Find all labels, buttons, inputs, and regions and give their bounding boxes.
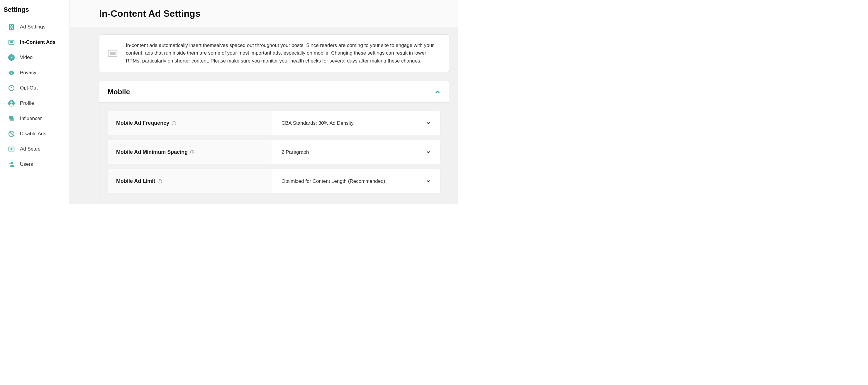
mobile-panel: Mobile Mobile Ad Frequency (99, 81, 449, 202)
content-box-icon (107, 50, 118, 57)
users-plus-icon (8, 160, 15, 168)
setting-value: CBA Standards: 30% Ad Density (281, 120, 354, 126)
sidebar-item-label: Disable Ads (20, 131, 46, 137)
setting-dropdown-mobile-ad-frequency[interactable]: CBA Standards: 30% Ad Density (272, 111, 440, 135)
setting-row-mobile-ad-minimum-spacing: Mobile Ad Minimum Spacing 2 Paragraph (107, 140, 440, 164)
ban-icon (8, 130, 15, 138)
setting-label-text: Mobile Ad Minimum Spacing (116, 149, 188, 155)
setting-value: 2 Paragraph (281, 149, 309, 155)
sidebar-item-privacy[interactable]: Privacy (0, 65, 69, 80)
setting-dropdown-mobile-ad-minimum-spacing[interactable]: 2 Paragraph (272, 140, 440, 164)
sidebar-item-influencer[interactable]: Influencer (0, 111, 69, 126)
sidebar-title: Settings (0, 3, 69, 19)
sidebar-item-label: Users (20, 161, 33, 167)
info-circle-icon[interactable] (172, 121, 176, 126)
setting-label: Mobile Ad Minimum Spacing (108, 140, 272, 164)
info-circle-icon[interactable] (190, 150, 195, 155)
chevron-down-icon (426, 121, 431, 126)
setting-value: Optimized for Content Length (Recommende… (281, 178, 385, 184)
sidebar-item-in-content-ads[interactable]: In-Content Ads (0, 35, 69, 50)
chevron-down-icon (426, 150, 431, 155)
sidebar-item-label: Profile (20, 100, 34, 106)
sidebar-item-users[interactable]: Users (0, 157, 69, 172)
setting-label-text: Mobile Ad Limit (116, 178, 155, 184)
setting-dropdown-mobile-ad-limit[interactable]: Optimized for Content Length (Recommende… (272, 169, 440, 193)
sidebar: Settings Ad Settings In-Content Ads (0, 0, 70, 204)
svg-point-27 (160, 180, 160, 180)
sidebar-item-label: Influencer (20, 116, 42, 121)
sidebar-item-label: Video (20, 55, 33, 60)
panel-body: Mobile Ad Frequency CBA Standards: 30% A… (99, 102, 449, 202)
svg-point-10 (10, 101, 12, 103)
sidebar-item-ad-settings[interactable]: Ad Settings (0, 19, 69, 35)
chevron-up-icon (435, 89, 440, 95)
svg-point-16 (11, 162, 13, 164)
power-icon (8, 84, 15, 92)
page-header: In-Content Ad Settings (70, 0, 458, 27)
sidebar-item-label: In-Content Ads (20, 39, 55, 45)
gear-box-icon (8, 23, 15, 31)
setting-row-mobile-ad-limit: Mobile Ad Limit Optimized for Content Le… (107, 169, 440, 194)
svg-rect-12 (10, 118, 14, 121)
sidebar-item-label: Ad Settings (20, 24, 45, 30)
main-content: In-Content Ad Settings In-content ads au… (70, 0, 458, 204)
svg-point-24 (192, 151, 193, 151)
panel-title: Mobile (99, 82, 138, 102)
person-circle-icon (8, 99, 15, 107)
sidebar-item-ad-setup[interactable]: Ad Setup (0, 142, 69, 157)
info-text: In-content ads automatically insert them… (126, 42, 440, 65)
panel-collapse-toggle[interactable] (426, 81, 449, 102)
sidebar-item-disable-ads[interactable]: Disable Ads (0, 126, 69, 142)
sidebar-item-opt-out[interactable]: Opt-Out (0, 80, 69, 96)
setting-label-text: Mobile Ad Frequency (116, 120, 169, 126)
content-box-icon (8, 38, 15, 46)
info-box: In-content ads automatically insert them… (99, 34, 449, 72)
chevron-down-icon (426, 179, 431, 184)
chat-icon (8, 115, 15, 122)
info-circle-icon[interactable] (157, 179, 162, 184)
upload-box-icon (8, 145, 15, 153)
panel-header: Mobile (99, 81, 449, 102)
setting-row-mobile-ad-frequency: Mobile Ad Frequency CBA Standards: 30% A… (107, 111, 440, 135)
sidebar-item-label: Ad Setup (20, 146, 40, 152)
sidebar-item-profile[interactable]: Profile (0, 96, 69, 111)
svg-point-1 (10, 26, 12, 28)
setting-label: Mobile Ad Frequency (108, 111, 272, 135)
svg-line-14 (10, 132, 13, 136)
eye-icon (8, 69, 15, 77)
setting-label: Mobile Ad Limit (108, 169, 272, 193)
svg-point-6 (11, 72, 12, 73)
svg-rect-3 (10, 41, 13, 43)
play-circle-icon (8, 54, 15, 61)
sidebar-item-video[interactable]: Video (0, 50, 69, 65)
sidebar-item-label: Opt-Out (20, 85, 37, 91)
sidebar-item-label: Privacy (20, 70, 36, 76)
svg-point-21 (174, 122, 174, 122)
svg-rect-18 (110, 52, 116, 55)
page-title: In-Content Ad Settings (99, 8, 440, 19)
